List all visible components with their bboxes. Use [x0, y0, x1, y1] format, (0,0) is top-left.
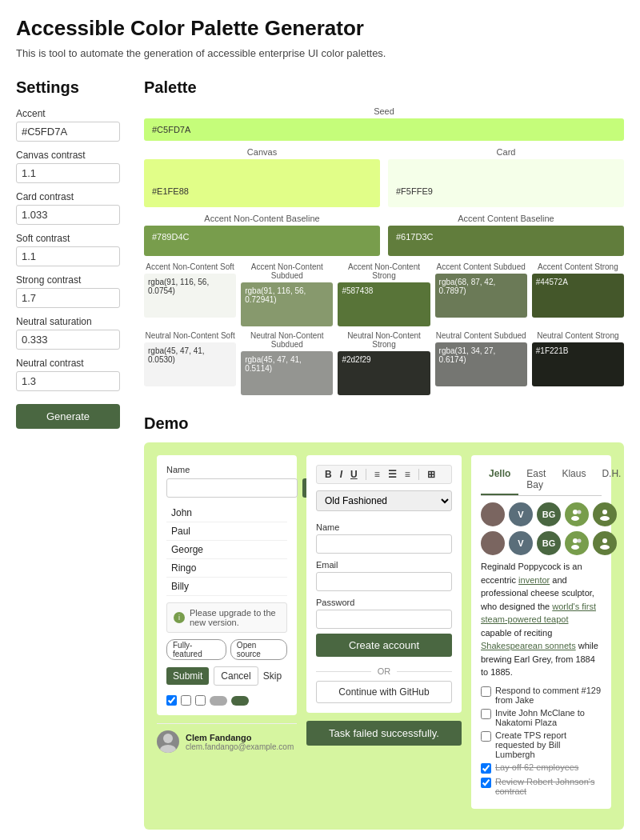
generate-button[interactable]: Generate	[16, 404, 120, 429]
password-input[interactable]	[316, 610, 452, 629]
svg-point-10	[602, 538, 607, 543]
baseline-row: Accent Non-Content Baseline #789D4C Acce…	[144, 214, 624, 256]
bold-button[interactable]: B	[323, 469, 334, 480]
svg-point-1	[160, 745, 176, 753]
avatar-group-4	[593, 531, 617, 555]
tabs-row: JelloEast BayKlausD.H.	[481, 465, 602, 496]
svg-point-3	[578, 510, 582, 514]
accent-nc-baseline-col: Accent Non-Content Baseline #789D4C	[144, 214, 380, 256]
demo-actions-row: Submit Cancel Skip	[166, 666, 287, 686]
todo-item: Lay off 62 employees	[481, 762, 602, 774]
email-input[interactable]	[316, 572, 452, 591]
svg-point-0	[163, 734, 173, 743]
demo-name-input[interactable]	[166, 478, 298, 498]
demo-tag: Fully-featured	[166, 639, 226, 660]
swatch-label: Accent Non-Content Strong	[338, 262, 430, 280]
name-input[interactable]	[316, 534, 452, 554]
list-item[interactable]: Billy	[166, 578, 287, 596]
accent-c-baseline-value: #617D3C	[396, 232, 433, 242]
toggle-off[interactable]	[210, 696, 227, 706]
or-divider: OR	[316, 666, 452, 676]
avatar	[157, 730, 179, 753]
swatch-box: rgba(91, 116, 56, 0.72941)	[241, 282, 333, 326]
swatch-label: Neutral Content Subdued	[435, 331, 527, 340]
card-label: Card	[388, 147, 624, 157]
align-button[interactable]: ≡	[403, 469, 412, 480]
tab-item-east bay[interactable]: East Bay	[518, 465, 554, 495]
neutral-contrast-label: Neutral contrast	[16, 358, 120, 369]
neutral-saturation-label: Neutral saturation	[16, 316, 120, 327]
palette-heading: Palette	[144, 78, 624, 97]
card-box: #F5FFE9	[388, 159, 624, 207]
todo-checkbox[interactable]	[481, 778, 491, 788]
swatch-label: Accent Non-Content Subdued	[241, 262, 333, 280]
github-button[interactable]: Continue with GitHub	[316, 681, 452, 703]
underline-button[interactable]: U	[349, 469, 359, 480]
inventor-link[interactable]: inventor	[518, 575, 550, 585]
demo-notice: i Please upgrade to the new version.	[166, 602, 287, 633]
seed-label: Seed	[144, 106, 624, 116]
todo-checkbox[interactable]	[481, 763, 491, 774]
checkbox-2[interactable]	[181, 695, 191, 706]
neutral-contrast-field: Neutral contrast	[16, 358, 120, 391]
canvas-contrast-label: Canvas contrast	[16, 150, 120, 161]
demo-tags: Fully-featuredOpen source	[166, 639, 287, 660]
tab-item-d.h.[interactable]: D.H.	[594, 465, 629, 495]
list-item[interactable]: Paul	[166, 522, 287, 541]
avatar-group-3	[565, 531, 589, 555]
seed-bar: #C5FD7A	[144, 118, 624, 141]
avatar-1	[481, 502, 505, 526]
demo-action-submit-button[interactable]: Submit	[166, 667, 209, 685]
checkbox-1[interactable]	[166, 695, 177, 706]
list-item[interactable]: George	[166, 541, 287, 559]
strong-contrast-input[interactable]	[16, 288, 120, 308]
demo-editor-widget: B I U ≡ ☰ ≡ ⊞ Old Fashio	[306, 455, 462, 713]
todo-checkbox[interactable]	[481, 709, 491, 719]
accent-swatch-col: Accent Content Strong#44572A	[532, 262, 624, 326]
demo-avatar-row: Clem Fandango clem.fandango@example.com	[157, 723, 297, 753]
todo-item: Respond to comment #129 from Jake	[481, 686, 602, 705]
content-area: Palette Seed #C5FD7A Canvas #E1FE88 Card…	[144, 78, 624, 830]
todo-text: Lay off 62 employees	[495, 762, 578, 772]
neutral-saturation-input[interactable]	[16, 330, 120, 350]
svg-point-9	[571, 545, 579, 550]
todo-item: Review Robert Johnson's contract	[481, 777, 602, 796]
style-select[interactable]: Old Fashioned	[316, 490, 452, 511]
neutral-swatch-col: Neutral Non-Content Subduedrgba(45, 47, …	[241, 331, 333, 395]
italic-button[interactable]: I	[338, 469, 344, 480]
canvas-label: Canvas	[144, 147, 380, 157]
accent-nc-baseline-label: Accent Non-Content Baseline	[144, 214, 380, 223]
ordered-list-button[interactable]: ≡	[373, 469, 382, 480]
toggle-on[interactable]	[231, 696, 249, 706]
tab-item-jello[interactable]: Jello	[481, 465, 518, 495]
checkbox-3[interactable]	[195, 695, 206, 706]
list-item[interactable]: John	[166, 504, 287, 522]
demo-widget1: Name Submit JohnPaulGeorgeRingoBilly i P…	[157, 455, 297, 817]
todo-checkbox[interactable]	[481, 731, 491, 742]
soft-contrast-input[interactable]	[16, 246, 120, 266]
accent-input[interactable]	[16, 122, 120, 142]
worlds-first-link[interactable]: world's first steam-powered teapot	[481, 602, 596, 625]
avatar-name: Clem Fandango	[186, 733, 294, 742]
sonnets-link[interactable]: Shakespearean sonnets	[481, 641, 576, 650]
todo-checkbox[interactable]	[481, 686, 491, 697]
or-label: OR	[378, 666, 391, 676]
list-item[interactable]: Ringo	[166, 559, 287, 578]
unordered-list-button[interactable]: ☰	[386, 469, 398, 480]
accent-field: Accent	[16, 108, 120, 142]
svg-point-2	[573, 510, 578, 514]
task-success-banner: Task failed successfully.	[306, 721, 462, 746]
demo-action-cancel-button[interactable]: Cancel	[214, 666, 258, 686]
demo-action-skip-button[interactable]: Skip	[263, 670, 282, 682]
neutral-contrast-input[interactable]	[16, 371, 120, 391]
canvas-contrast-input[interactable]	[16, 163, 120, 183]
table-button[interactable]: ⊞	[426, 469, 437, 480]
password-label: Password	[316, 598, 452, 607]
neutral-swatch-col: Neutral Non-Content Strong#2d2f29	[338, 331, 430, 395]
create-account-button[interactable]: Create account	[316, 634, 452, 657]
tab-item-klaus[interactable]: Klaus	[554, 465, 594, 495]
accent-swatch-col: Accent Non-Content Strong#587438	[338, 262, 430, 326]
accent-swatch-col: Accent Content Subduedrgba(68, 87, 42, 0…	[435, 262, 527, 326]
card-contrast-label: Card contrast	[16, 191, 120, 202]
card-contrast-input[interactable]	[16, 205, 120, 225]
